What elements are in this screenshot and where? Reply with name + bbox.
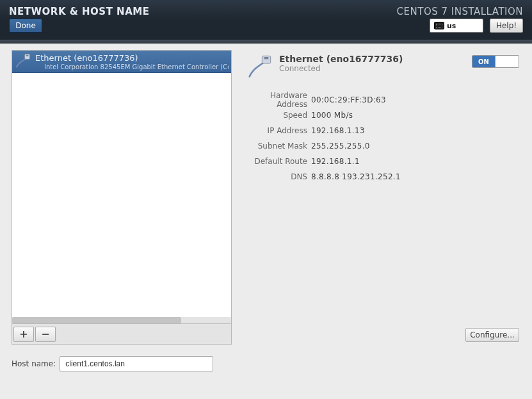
label-mask: Subnet Mask [247,142,311,151]
svg-rect-0 [25,54,30,60]
left-column: Ethernet (eno16777736) Intel Corporation… [12,50,232,345]
connection-info: Hardware Address 00:0C:29:FF:3D:63 Speed… [247,92,523,184]
content-area: Ethernet (eno16777736) Intel Corporation… [0,44,532,351]
info-row-ip: IP Address 192.168.1.13 [247,123,523,138]
add-interface-button[interactable]: + [13,327,34,342]
switch-off-label [496,56,519,67]
info-row-dns: DNS 8.8.8.8 193.231.252.1 [247,169,523,184]
connection-toggle[interactable]: ON [472,55,519,68]
done-button[interactable]: Done [9,19,42,33]
connection-status: Connected [279,64,403,73]
value-hardware-address: 00:0C:29:FF:3D:63 [311,95,386,104]
scrollbar-thumb[interactable] [12,317,181,323]
hostname-input[interactable] [60,356,213,371]
svg-rect-1 [26,55,29,56]
switch-on-label: ON [472,56,496,67]
right-column: Ethernet (eno16777736) Connected ON Hard… [239,50,523,345]
info-row-route: Default Route 192.168.1.1 [247,154,523,169]
remove-interface-button[interactable]: − [35,327,56,342]
ethernet-small-icon [15,53,31,69]
keyboard-layout-indicator[interactable]: us [430,19,483,33]
connection-title: Ethernet (eno16777736) [279,54,403,64]
value-dns: 8.8.8.8 193.231.252.1 [311,172,401,181]
device-list-item[interactable]: Ethernet (eno16777736) Intel Corporation… [12,51,231,73]
horizontal-scrollbar[interactable] [12,317,231,323]
page-title: NETWORK & HOST NAME [9,6,149,17]
info-row-speed: Speed 1000 Mb/s [247,108,523,123]
device-list[interactable]: Ethernet (eno16777736) Intel Corporation… [12,50,232,324]
label-dns: DNS [247,172,311,181]
configure-button[interactable]: Configure... [465,328,519,342]
value-ip: 192.168.1.13 [311,126,365,135]
svg-rect-3 [264,57,269,59]
device-name: Ethernet (eno16777736) [35,53,227,63]
hostname-label: Host name: [12,359,56,368]
label-speed: Speed [247,111,311,120]
keyboard-icon [434,22,444,29]
value-speed: 1000 Mb/s [311,111,353,120]
help-button[interactable]: Help! [490,19,523,33]
label-route: Default Route [247,157,311,166]
ethernet-icon [247,54,273,79]
info-row-mask: Subnet Mask 255.255.255.0 [247,138,523,154]
label-hardware-address: Hardware Address [247,91,311,109]
device-toolbar: + − [12,324,232,345]
product-title: CENTOS 7 INSTALLATION [397,6,523,17]
label-ip: IP Address [247,126,311,135]
info-row-hw: Hardware Address 00:0C:29:FF:3D:63 [247,92,523,108]
device-desc: Intel Corporation 82545EM Gigabit Ethern… [44,63,229,70]
hostname-row: Host name: [0,351,532,371]
banner-header: NETWORK & HOST NAME CENTOS 7 INSTALLATIO… [0,0,532,40]
value-mask: 255.255.255.0 [311,142,370,151]
keyboard-layout-code: us [447,22,456,30]
value-route: 192.168.1.1 [311,157,360,166]
